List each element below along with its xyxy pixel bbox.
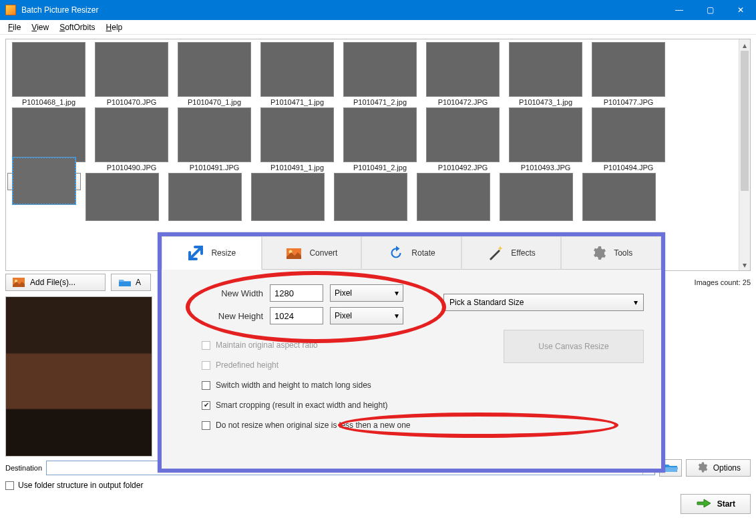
tab-resize-label: Resize xyxy=(211,248,236,258)
tab-convert[interactable]: Convert xyxy=(262,236,362,270)
thumbnail-item[interactable] xyxy=(578,173,660,222)
convert-icon xyxy=(285,244,303,262)
thumbnail-item[interactable]: P1010491_1.jpg xyxy=(256,107,339,172)
switch-wh-label: Switch width and height to match long si… xyxy=(216,380,371,390)
titlebar: Batch Picture Resizer ― ▢ ✕ xyxy=(0,0,756,20)
use-folder-checkbox[interactable] xyxy=(5,481,14,490)
width-unit-select[interactable]: Pixel▾ xyxy=(330,284,403,302)
add-files-button[interactable]: Add File(s)... xyxy=(5,274,106,291)
menu-softorbits[interactable]: SoftOrbits xyxy=(55,21,99,33)
height-unit-value: Pixel xyxy=(335,311,352,320)
thumbnail-item[interactable] xyxy=(412,173,495,222)
maximize-button[interactable]: ▢ xyxy=(695,0,725,20)
thumbnail-image xyxy=(95,107,168,162)
gear-icon xyxy=(590,244,607,262)
tab-effects[interactable]: Effects xyxy=(461,236,562,270)
switch-wh-checkbox[interactable] xyxy=(202,381,210,390)
rotate-icon xyxy=(387,244,405,262)
thumbnail-caption: P1010472.JPG xyxy=(421,98,504,106)
thumbnail-item[interactable] xyxy=(329,173,412,222)
settings-panel: Resize Convert Rotate Effects Tools New … xyxy=(158,232,665,473)
thumbnail-image xyxy=(12,107,85,162)
thumbnail-item[interactable]: P1010493.JPG xyxy=(504,107,587,172)
thumbnail-caption: P1010491_2.jpg xyxy=(339,164,421,172)
menu-help[interactable]: Help xyxy=(102,21,127,33)
predefined-height-checkbox[interactable] xyxy=(202,361,210,370)
thumbnail-item[interactable]: P1010491.JPG xyxy=(173,107,256,172)
tab-tools[interactable]: Tools xyxy=(561,236,661,270)
thumbnail-item[interactable] xyxy=(246,173,329,222)
new-width-input[interactable] xyxy=(270,284,323,302)
thumbnail-image xyxy=(260,42,334,97)
tab-resize[interactable]: Resize xyxy=(162,236,262,270)
thumbnail-image xyxy=(178,107,251,162)
thumbnail-caption: P1010477.JPG xyxy=(587,98,670,106)
play-arrow-icon xyxy=(696,498,711,511)
thumbnail-item[interactable]: P1010491_2.jpg xyxy=(339,107,421,172)
thumbnail-item[interactable]: P1010477.JPG xyxy=(587,42,670,106)
thumbnail-item[interactable]: P1010473_1.jpg xyxy=(504,42,587,106)
no-resize-smaller-checkbox[interactable] xyxy=(202,421,210,430)
thumbnail-item[interactable]: P1010490.JPG xyxy=(90,107,173,172)
thumbnail-image xyxy=(426,42,500,97)
thumbnail-item[interactable]: P1010494.JPG xyxy=(587,107,670,172)
add-folder-button[interactable]: A xyxy=(111,274,151,291)
thumbnail-image xyxy=(582,173,656,221)
thumbnail-item[interactable]: P1010470_1.jpg xyxy=(173,42,256,106)
thumbnail-caption: P1010471_1.jpg xyxy=(256,98,339,106)
new-height-input[interactable] xyxy=(270,307,323,324)
opt-no-resize-smaller: Do not resize when original size is less… xyxy=(202,421,645,430)
thumbnail-image xyxy=(509,42,582,97)
chevron-down-icon: ▾ xyxy=(395,311,399,320)
thumbnail-image xyxy=(592,107,665,162)
standard-size-select[interactable]: Pick a Standard Size▾ xyxy=(443,294,644,311)
thumbnail-caption: P1010473_1.jpg xyxy=(504,98,587,106)
use-folder-label: Use folder structure in output folder xyxy=(18,481,143,490)
thumbnail-item[interactable] xyxy=(164,173,246,222)
resize-icon xyxy=(187,244,204,262)
scrollbar-thumb[interactable] xyxy=(741,51,749,191)
thumbnail-image xyxy=(260,107,334,162)
thumbnail-item[interactable]: P1010492.JPG xyxy=(421,107,504,172)
no-resize-smaller-label: Do not resize when original size is less… xyxy=(216,421,411,430)
thumbnail-item[interactable]: P1010472.JPG xyxy=(421,42,504,106)
options-button[interactable]: Options xyxy=(686,459,751,477)
menu-file[interactable]: File xyxy=(4,21,25,33)
thumbnail-caption: P1010494.JPG xyxy=(587,164,670,172)
close-button[interactable]: ✕ xyxy=(725,0,756,20)
thumbnail-image xyxy=(500,173,573,221)
thumbnail-item[interactable]: P1010471_2.jpg xyxy=(339,42,421,106)
thumbnail-image xyxy=(95,42,168,97)
gallery-scrollbar[interactable]: ▴ ▾ xyxy=(739,39,750,270)
tab-tools-label: Tools xyxy=(614,248,632,258)
scroll-up-icon[interactable]: ▴ xyxy=(739,39,750,51)
thumbnail-image xyxy=(334,173,407,221)
smart-cropping-label: Smart cropping (result in exact width an… xyxy=(216,401,387,410)
predefined-height-label: Predefined height xyxy=(216,360,278,370)
chevron-down-icon: ▾ xyxy=(634,298,638,307)
tab-rotate-label: Rotate xyxy=(411,248,435,258)
thumbnail-item[interactable]: P1010471_1.jpg xyxy=(256,42,339,106)
minimize-button[interactable]: ― xyxy=(664,0,695,20)
add-files-label: Add File(s)... xyxy=(30,278,75,287)
start-button[interactable]: Start xyxy=(681,494,751,514)
scroll-down-icon[interactable]: ▾ xyxy=(739,259,750,270)
window-title: Batch Picture Resizer xyxy=(21,5,664,15)
thumbnail-caption: P1010470_1.jpg xyxy=(173,98,256,106)
menu-view[interactable]: View xyxy=(27,21,53,33)
thumbnail-item[interactable] xyxy=(495,173,578,222)
thumbnail-item[interactable]: P1010470.JPG xyxy=(90,42,173,106)
thumbnail-image xyxy=(12,157,76,205)
thumbnail-item[interactable] xyxy=(7,173,81,190)
canvas-resize-button[interactable]: Use Canvas Resize xyxy=(504,330,644,363)
thumbnail-item[interactable] xyxy=(81,173,164,222)
use-folder-row: Use folder structure in output folder xyxy=(5,481,751,490)
thumbnail-item[interactable]: P1010468_1.jpg xyxy=(7,42,90,106)
smart-cropping-checkbox[interactable] xyxy=(202,401,210,410)
window-buttons: ― ▢ ✕ xyxy=(664,0,756,20)
maintain-aspect-checkbox[interactable] xyxy=(202,341,210,350)
height-unit-select[interactable]: Pixel▾ xyxy=(330,307,403,324)
tab-rotate[interactable]: Rotate xyxy=(361,236,461,270)
thumbnail-image xyxy=(85,173,159,221)
thumbnail-caption: P1010490.JPG xyxy=(90,164,173,172)
